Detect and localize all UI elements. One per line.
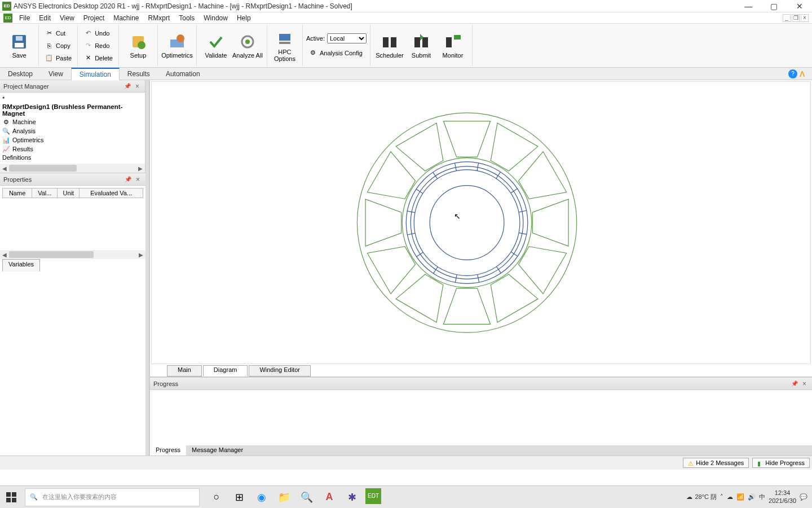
tree-analysis[interactable]: 🔍Analysis	[1, 126, 144, 135]
tree-definitions[interactable]: Definitions	[1, 154, 144, 161]
tree-machine[interactable]: ⚙Machine	[1, 117, 144, 126]
tray-chevron-icon[interactable]: ˄	[720, 493, 723, 501]
explorer-icon[interactable]: 📁	[275, 488, 293, 506]
cut-button[interactable]: ✂Cut	[42, 27, 68, 40]
taskbar-search[interactable]: 🔍 在这里输入你要搜索的内容	[25, 488, 200, 506]
close-button[interactable]: ✕	[787, 0, 812, 12]
tree-results[interactable]: 📈Results	[1, 144, 144, 154]
svg-rect-12	[391, 37, 396, 47]
search-app-icon[interactable]: 🔍	[298, 488, 316, 506]
edt-icon[interactable]: EDT	[365, 488, 381, 504]
hide-messages-button[interactable]: ⚠ Hide 2 Messages	[683, 458, 749, 468]
undo-button[interactable]: ↶Undo	[81, 27, 112, 40]
copy-button[interactable]: ⎘Copy	[42, 40, 73, 52]
setup-button[interactable]: Setup	[122, 25, 154, 66]
scroll-thumb[interactable]	[9, 165, 77, 172]
tab-results[interactable]: Results	[120, 68, 158, 80]
analyze-all-button[interactable]: Analyze All	[232, 25, 263, 66]
tray-ime[interactable]: 中	[759, 493, 765, 501]
tray-onedrive-icon[interactable]: ☁	[727, 493, 733, 501]
tab-simulation[interactable]: Simulation	[71, 68, 120, 80]
paste-button[interactable]: 📋Paste	[42, 52, 74, 64]
prop-close-icon[interactable]: ×	[134, 176, 142, 183]
submit-button[interactable]: Submit	[405, 25, 437, 66]
progress-close-icon[interactable]: ×	[800, 380, 809, 388]
weather-widget[interactable]: ☁ 28°C 阴	[686, 493, 717, 501]
tray-network-icon[interactable]: 📶	[736, 493, 744, 501]
delete-icon: ✕	[83, 54, 92, 63]
optimetrics-button[interactable]: Optimetrics	[161, 25, 193, 66]
tab-view[interactable]: View	[41, 68, 71, 80]
col-name[interactable]: Name	[3, 189, 32, 198]
col-unit[interactable]: Unit	[58, 189, 80, 198]
canvas-tab-diagram[interactable]: Diagram	[203, 365, 248, 376]
start-button[interactable]	[0, 486, 23, 509]
pm-close-icon[interactable]: ×	[133, 82, 142, 90]
menu-edit[interactable]: Edit	[34, 13, 55, 23]
minimize-button[interactable]: —	[736, 0, 761, 12]
svg-line-26	[478, 274, 479, 282]
machine-icon: ⚙	[2, 118, 10, 126]
progress-tab[interactable]: Progress	[150, 445, 186, 456]
svg-point-6	[176, 34, 184, 42]
active-select[interactable]: Local	[327, 33, 367, 43]
mdi-restore-button[interactable]: ❐	[792, 14, 800, 22]
progress-pin-icon[interactable]: 📌	[789, 380, 800, 387]
menu-tools[interactable]: Tools	[174, 13, 199, 23]
tree-optimetrics[interactable]: 📊Optimetrics	[1, 135, 144, 144]
tree-design[interactable]: RMxprtDesign1 (Brushless Permanent-Magne…	[1, 103, 144, 117]
results-icon: 📈	[2, 145, 10, 153]
ansys-icon[interactable]: ✱	[343, 488, 361, 506]
delete-button[interactable]: ✕Delete	[81, 52, 115, 64]
scroll-left-icon[interactable]: ◀	[0, 164, 9, 173]
edge-icon[interactable]: ◉	[253, 488, 271, 506]
prop-scroll-right-icon[interactable]: ▶	[136, 250, 145, 259]
menu-window[interactable]: Window	[199, 13, 232, 23]
col-value[interactable]: Val...	[32, 189, 58, 198]
taskbar-clock[interactable]: 12:34 2021/6/30	[769, 489, 796, 504]
prop-scroll-thumb[interactable]	[9, 251, 94, 258]
prop-scroll-left-icon[interactable]: ◀	[0, 250, 9, 259]
monitor-button[interactable]: Monitor	[437, 25, 469, 66]
design-canvas[interactable]: ↖	[151, 81, 811, 364]
taskview-icon[interactable]: ⊞	[230, 488, 248, 506]
tab-desktop[interactable]: Desktop	[0, 68, 41, 80]
save-button[interactable]: Save	[3, 25, 35, 66]
menu-view[interactable]: View	[55, 13, 79, 23]
hpc-options-button[interactable]: HPC Options	[271, 25, 299, 66]
message-manager-tab[interactable]: Message Manager	[186, 445, 249, 456]
canvas-tab-main[interactable]: Main	[167, 365, 202, 376]
prop-pin-icon[interactable]: 📌	[122, 176, 134, 182]
menu-file[interactable]: File	[15, 13, 34, 23]
menu-machine[interactable]: Machine	[109, 13, 143, 23]
autocad-icon[interactable]: A	[320, 488, 338, 506]
variables-tab[interactable]: Variables	[2, 259, 40, 271]
properties-table[interactable]: Name Val... Unit Evaluated Va...	[0, 186, 145, 250]
redo-button[interactable]: ↷Redo	[81, 40, 112, 52]
notifications-icon[interactable]: 💬	[800, 493, 807, 501]
tray-sound-icon[interactable]: 🔊	[748, 493, 756, 501]
mdi-minimize-button[interactable]: _	[783, 14, 791, 22]
canvas-tab-winding[interactable]: Winding Editor	[249, 365, 311, 376]
svg-rect-39	[6, 492, 11, 497]
validate-button[interactable]: Validate	[200, 25, 232, 66]
analyze-icon	[239, 33, 257, 51]
scroll-right-icon[interactable]: ▶	[136, 164, 145, 173]
pm-hscroll[interactable]: ◀ ▶	[0, 164, 145, 173]
col-evaluated[interactable]: Evaluated Va...	[80, 189, 143, 198]
prop-hscroll[interactable]: ◀ ▶	[0, 250, 145, 259]
pm-pin-icon[interactable]: 📌	[122, 83, 133, 89]
help-icon[interactable]: ?	[788, 69, 797, 78]
menu-help[interactable]: Help	[232, 13, 255, 23]
analysis-config-button[interactable]: ⚙Analysis Config	[306, 47, 365, 59]
maximize-button[interactable]: ▢	[761, 0, 787, 12]
menu-project[interactable]: Project	[79, 13, 109, 23]
tab-automation[interactable]: Automation	[158, 68, 208, 80]
mdi-close-button[interactable]: ×	[801, 14, 809, 22]
scheduler-button[interactable]: Scheduler	[374, 25, 405, 66]
menu-rmxprt[interactable]: RMxprt	[144, 13, 175, 23]
hide-progress-button[interactable]: ▮ Hide Progress	[752, 458, 810, 468]
project-tree[interactable]: * RMxprtDesign1 (Brushless Permanent-Mag…	[0, 93, 145, 164]
svg-line-30	[407, 233, 415, 235]
cortana-icon[interactable]: ○	[208, 488, 226, 506]
